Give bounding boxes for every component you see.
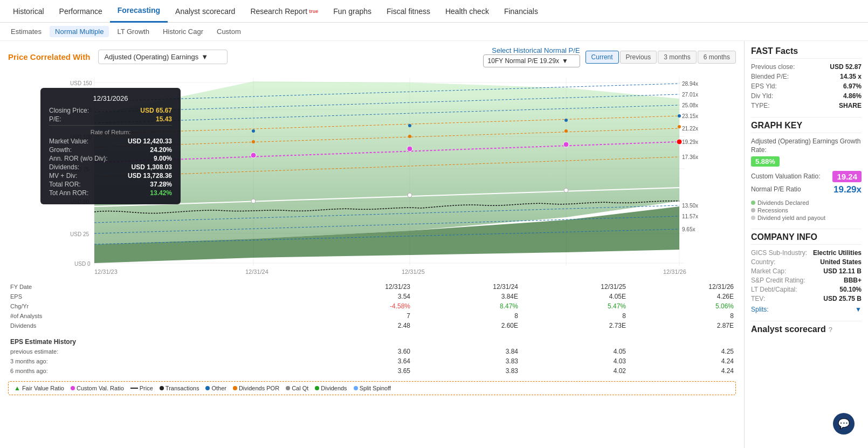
beta-badge: true [309,9,318,14]
subnav-historic-cagr[interactable]: Historic Cagr [157,26,209,37]
time-btn-3months[interactable]: 3 months [658,51,696,64]
chart-section: Price Correlated With Adjusted (Operatin… [0,41,744,448]
fair-value-icon: ▲ [14,384,20,392]
svg-point-52 [678,114,681,118]
historical-pe-link[interactable]: Select Historical Normal P/E [492,46,580,54]
svg-text:23.15x: 23.15x [682,113,698,119]
svg-point-49 [252,129,255,133]
svg-text:12/31/24: 12/31/24 [245,268,268,275]
fy-date-label: FY Date [8,282,270,292]
recessions-dot [751,208,755,212]
subnav-normal-multiple[interactable]: Normal Multiple [50,26,109,37]
nav-health-check[interactable]: Health check [438,0,497,23]
price-line-icon [130,388,138,389]
price-correlated-label: Price Correlated With [8,52,90,61]
chart-area: 12/31/2026 Closing Price: USD 65.67 P/E:… [8,72,736,277]
lt-debt-row: LT Debt/Capital: 50.10% [751,286,862,293]
chevron-down-icon: ▼ [201,53,208,61]
right-panel: FAST Facts Previous close: USD 52.87 Ble… [744,41,868,448]
analyst-scorecard-title: Analyst scorecard [751,325,826,334]
chart-header: Price Correlated With Adjusted (Operatin… [8,46,736,67]
company-info-title: COMPANY INFO [751,232,862,245]
nav-performance[interactable]: Performance [52,0,110,23]
div-yld-val: 4.86% [843,92,862,100]
nav-historical[interactable]: Historical [5,0,52,23]
nav-fun-graphs[interactable]: Fun graphs [326,0,379,23]
svg-text:9.65x: 9.65x [682,226,695,232]
svg-text:11.57x: 11.57x [682,213,698,219]
tooltip-tot-ann-ror: 13.42% [150,189,172,197]
svg-point-46 [407,146,412,151]
split-spinoff-dot [354,386,358,390]
svg-text:12/31/25: 12/31/25 [402,268,425,275]
time-btn-current[interactable]: Current [585,51,619,64]
pe-dropdown[interactable]: 10FY Normal P/E 19.29x ▼ [483,54,580,67]
svg-point-56 [678,125,681,128]
subnav-custom[interactable]: Custom [211,26,246,37]
svg-point-55 [564,129,568,133]
nav-forecasting[interactable]: Forecasting [110,0,168,23]
nav-fiscal-fitness[interactable]: Fiscal fitness [379,0,438,23]
svg-text:28.94x: 28.94x [682,81,698,87]
dividends-dot [315,386,319,390]
normal-pe-row: Normal P/E Ratio 19.29x [751,184,862,195]
svg-text:USD 0: USD 0 [74,261,91,267]
div-yield-payout-dot [751,216,755,220]
svg-point-44 [564,188,568,192]
tooltip-growth: 24.20% [150,146,172,154]
normal-pe-val: 19.29x [833,184,862,195]
legend-custom-val: Custom Val. Ratio [71,385,124,391]
legend-split-spinoff: Split Spinoff [354,385,391,391]
legend-fair-value: ▲ Fair Value Ratio [14,384,64,392]
time-btn-previous[interactable]: Previous [620,51,657,64]
svg-text:USD 25: USD 25 [70,231,89,237]
eps-yld-row: EPS Yld: 6.97% [751,82,862,90]
legend-price: Price [130,385,153,391]
custom-val-dot [71,386,75,390]
tooltip-pe: 15.43 [156,115,172,123]
prev-close-row: Previous close: USD 52.87 [751,63,862,71]
sub-nav: Estimates Normal Multiple LT Growth Hist… [0,23,868,41]
svg-point-53 [252,140,255,143]
subnav-estimates[interactable]: Estimates [5,26,47,37]
svg-point-51 [564,119,568,122]
dividends-declared-legend: Dividends Declared [751,199,862,206]
gics-row: GICS Sub-Industry: Electric Utilities [751,249,862,257]
col-date-0: 12/31/23 [270,282,412,292]
legend-cal-qt: Cal Qt [286,385,308,391]
svg-text:17.36x: 17.36x [682,154,698,160]
div-yield-payout-legend: Dividend yield and payout [751,215,862,221]
legend-transactions: Transactions [160,385,199,391]
country-row: Country: United States [751,258,862,266]
svg-text:19.29x: 19.29x [682,139,698,145]
nav-analyst-scorecard[interactable]: Analyst scorecard [168,0,243,23]
svg-point-47 [563,142,569,147]
tev-row: TEV: USD 25.75 B [751,295,862,302]
svg-text:21.22x: 21.22x [682,126,698,132]
custom-val-ratio-val: 19.24 [832,171,862,182]
top-nav: Historical Performance Forecasting Analy… [0,0,868,23]
time-btn-6months[interactable]: 6 months [698,51,736,64]
analyst-scorecard-help-icon[interactable]: ? [829,326,832,334]
splits-row[interactable]: Splits: ▼ [751,306,862,313]
earnings-dropdown[interactable]: Adjusted (Operating) Earnings ▼ [98,50,228,64]
div-yld-row: Div Yld: 4.86% [751,92,862,100]
dividends-declared-dot [751,201,755,205]
nav-financials[interactable]: Financials [497,0,546,23]
main-layout: Price Correlated With Adjusted (Operatin… [0,41,868,448]
legend-dividends-por: Dividends POR [233,385,279,391]
recessions-legend: Recessions [751,207,862,213]
blended-pe-row: Blended P/E: 14.35 x [751,73,862,80]
svg-text:27.01x: 27.01x [682,92,698,98]
chat-button[interactable]: 💬 [833,413,855,435]
subnav-lt-growth[interactable]: LT Growth [112,26,154,37]
transactions-dot [160,386,164,390]
svg-point-45 [251,153,256,158]
svg-text:13.50x: 13.50x [682,203,698,209]
graph-key-title: GRAPH KEY [751,121,862,133]
nav-research-report[interactable]: Research Report true [243,0,326,23]
col-date-3: 12/31/26 [628,282,736,292]
col-date-2: 12/31/25 [520,282,628,292]
custom-val-ratio-row: Custom Valuation Ratio: 19.24 [751,171,862,182]
blended-pe-val: 14.35 x [840,73,862,80]
